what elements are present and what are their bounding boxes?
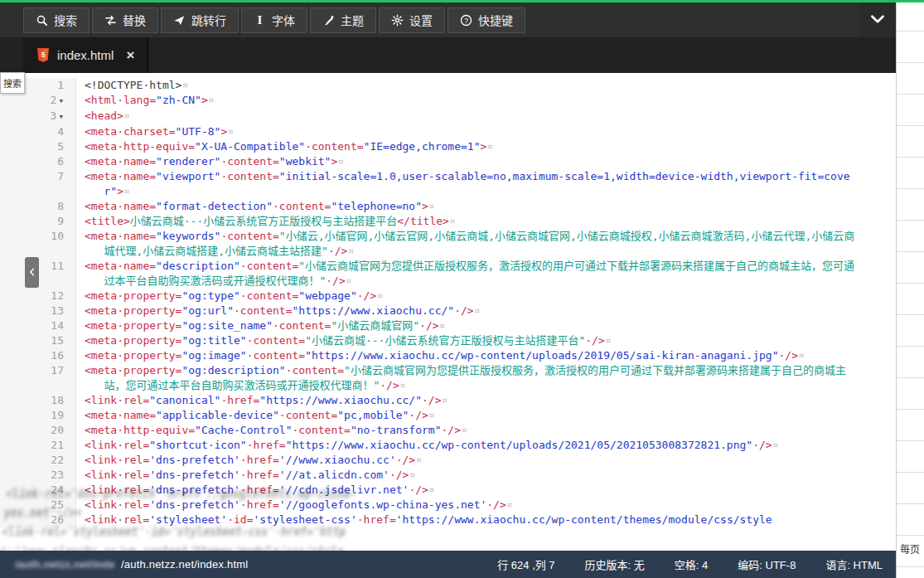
theme-icon [322, 14, 335, 27]
code-line[interactable]: <meta·property="og:type"·content="webpag… [76, 289, 896, 304]
code-line[interactable]: <link·rel='dns-prefetch'·href='//googlef… [76, 498, 896, 512]
code-line[interactable]: <meta·name="applicable-device"·content="… [76, 408, 896, 423]
spaces-setting: 空格: 4 [675, 556, 708, 572]
line-number: 25 [0, 498, 76, 512]
code-row: 23<link·rel='dns-prefetch'·href='//at.al… [0, 468, 896, 483]
line-number: 9 [0, 214, 76, 229]
toolbar-button-search[interactable]: 搜索 [23, 7, 89, 33]
code-row: 7<meta·name="viewport"·content="initial-… [0, 169, 896, 199]
line-number: 17 [0, 363, 76, 393]
toolbar-button-label: 主题 [341, 12, 364, 28]
code-line[interactable]: <meta·property="og:site_name"·content="小… [76, 318, 896, 333]
code-row: 24<link·rel='dns-prefetch'·href='//cdn.j… [0, 483, 896, 498]
tab-label: index.html [57, 48, 114, 62]
toolbar: 搜索替换跳转行I字体主题设置?快捷键 [0, 2, 896, 37]
code-line[interactable]: <!DOCTYPE·html>¤ [76, 78, 896, 93]
fold-caret-icon[interactable]: ▾ [58, 95, 64, 106]
line-number: 26 [0, 512, 76, 527]
line-number: 10 [0, 229, 76, 259]
toolbar-button-settings[interactable]: 设置 [379, 7, 445, 33]
html5-icon: 5 [36, 48, 50, 63]
code-line[interactable]: <meta·name="renderer"·content="webkit">¤ [76, 154, 896, 169]
line-number: 7 [0, 169, 76, 199]
search-icon [36, 14, 48, 27]
code-line[interactable]: <link·rel="shortcut·icon"·href="https://… [76, 438, 896, 453]
toolbar-button-label: 设置 [409, 12, 433, 28]
history-status: 历史版本: 无 [585, 556, 645, 572]
code-line[interactable]: <meta·name="keywords"·content="小储云,小储官网,… [76, 229, 896, 259]
toolbar-button-font[interactable]: I字体 [241, 7, 307, 33]
top-progress-bar [0, 0, 924, 2]
chevron-left-icon [27, 265, 37, 280]
line-number: 3▾ [0, 109, 76, 124]
code-line[interactable]: <html·lang="zh-CN">¤ [76, 93, 896, 109]
code-line[interactable]: <meta·charset="UTF-8">¤ [76, 124, 896, 139]
code-line[interactable]: <link·rel='dns-prefetch'·href='//www.xia… [76, 453, 896, 468]
code-row: 25<link·rel='dns-prefetch'·href='//googl… [0, 498, 896, 512]
line-number: 2▾ [0, 93, 76, 109]
code-line[interactable]: <meta·http-equiv="Cache-Control"·content… [76, 423, 896, 438]
code-row: 11<meta·name="description"·content="小储云商… [0, 259, 896, 289]
fold-caret-icon[interactable]: ▾ [58, 111, 64, 122]
code-editor-app: 搜索替换跳转行I字体主题设置?快捷键 5 index.html × 1<!DOC… [0, 0, 924, 578]
pagination-label: 每页 [900, 541, 920, 556]
editor[interactable]: 1<!DOCTYPE·html>¤2▾<html·lang="zh-CN">¤3… [0, 73, 896, 551]
cursor-position: 行 624 ,列 7 [497, 556, 554, 572]
background-page-strip: 每页 [896, 0, 924, 578]
code-line[interactable]: <meta·name="viewport"·content="initial-s… [76, 169, 896, 199]
code-row: 18<link·rel="canonical"·href="https://ww… [0, 393, 896, 408]
code-row: 6<meta·name="renderer"·content="webkit">… [0, 154, 896, 169]
toolbar-buttons: 搜索替换跳转行I字体主题设置?快捷键 [23, 2, 528, 37]
code-row: 5<meta·http-equiv="X-UA-Compatible"·cont… [0, 139, 896, 154]
code-line[interactable]: <title>小储云商城·-·小储云系统官方正版授权与主站搭建平台</title… [76, 214, 896, 229]
code-row: 13<meta·property="og:url"·content="https… [0, 304, 896, 318]
line-number: 6 [0, 154, 76, 169]
code-line[interactable]: <meta·property="og:url"·content="https:/… [76, 304, 896, 318]
code-line[interactable]: <link·rel="canonical"·href="https://www.… [76, 393, 896, 408]
code-line[interactable]: <meta·http-equiv="X-UA-Compatible"·conte… [76, 139, 896, 154]
file-path: /auth.netzz.net/index.html [121, 558, 248, 571]
toolbar-button-shortcuts[interactable]: ?快捷键 [447, 7, 525, 33]
language-mode: 语言: HTML [825, 556, 883, 572]
code-line[interactable]: <link·rel='stylesheet'·id='stylesheet-cs… [76, 512, 896, 527]
toolbar-button-goto-line[interactable]: 跳转行 [161, 7, 239, 33]
code-line[interactable]: <link·rel='dns-prefetch'·href='//at.alic… [76, 468, 896, 483]
line-number: 22 [0, 453, 76, 468]
code-line[interactable]: <meta·property="og:image"·content="https… [76, 348, 896, 363]
shortcuts-icon: ? [460, 14, 472, 27]
code-row: 15<meta·property="og:title"·content="小储云… [0, 333, 896, 348]
panel-collapse-handle[interactable] [25, 257, 39, 288]
code-row: 21<link·rel="shortcut·icon"·href="https:… [0, 438, 896, 453]
toolbar-button-theme[interactable]: 主题 [310, 7, 376, 33]
code-row: 26<link·rel='stylesheet'·id='stylesheet-… [0, 512, 896, 527]
line-number: 5 [0, 139, 76, 154]
goto-line-icon [173, 14, 186, 27]
search-tooltip: 搜索 [0, 72, 25, 94]
toolbar-button-label: 字体 [272, 12, 295, 28]
line-number: 24 [0, 483, 76, 498]
status-bar: /auth.netzz.net/index.html /auth.netzz.n… [0, 551, 896, 578]
code-line[interactable]: <meta·name="description"·content="小储云商城官… [76, 259, 896, 289]
svg-text:?: ? [464, 16, 468, 24]
line-number: 16 [0, 348, 76, 363]
tab-index-html[interactable]: 5 index.html × [23, 37, 148, 73]
toolbar-button-label: 替换 [123, 12, 146, 28]
code-line[interactable]: <meta·property="og:description"·content=… [76, 363, 896, 393]
code-line[interactable]: <head>¤ [76, 109, 896, 124]
tab-bar: 5 index.html × [0, 37, 896, 73]
toolbar-button-replace[interactable]: 替换 [92, 7, 158, 33]
code-row: 20<meta·http-equiv="Cache-Control"·conte… [0, 423, 896, 438]
code-line[interactable]: <link·rel='dns-prefetch'·href='//cdn.jsd… [76, 483, 896, 498]
code-line[interactable]: <meta·property="og:title"·content="小储云商城… [76, 333, 896, 348]
line-number: 23 [0, 468, 76, 483]
line-number: 4 [0, 124, 76, 139]
code-row: 12<meta·property="og:type"·content="webp… [0, 289, 896, 304]
code-row: 2▾<html·lang="zh-CN">¤ [0, 93, 896, 109]
code-line[interactable]: <meta·name="format-detection"·content="t… [76, 199, 896, 214]
code-row: 3▾<head>¤ [0, 109, 896, 124]
line-number: 14 [0, 318, 76, 333]
toolbar-collapse-button[interactable] [859, 2, 896, 37]
svg-text:5: 5 [41, 51, 46, 59]
close-icon[interactable]: × [126, 48, 134, 62]
code-row: 22<link·rel='dns-prefetch'·href='//www.x… [0, 453, 896, 468]
